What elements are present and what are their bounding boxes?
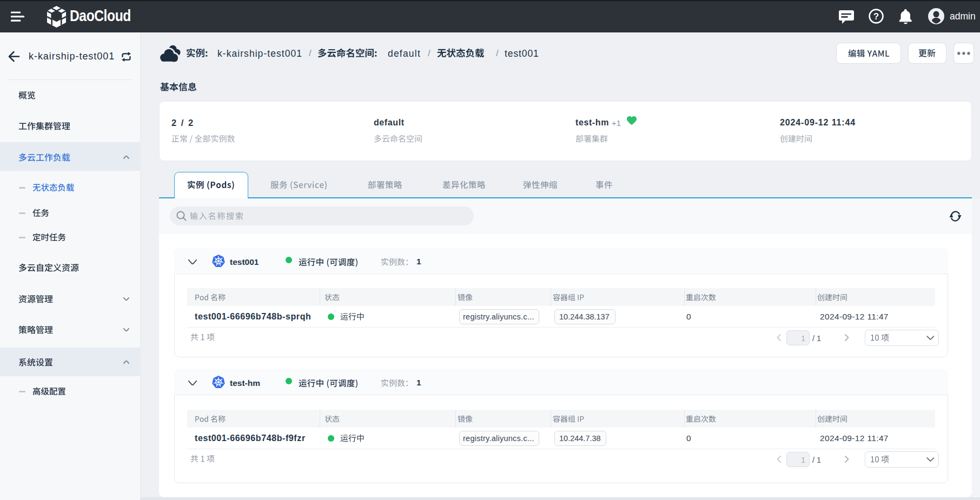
svg-text:?: ? [873, 11, 879, 21]
